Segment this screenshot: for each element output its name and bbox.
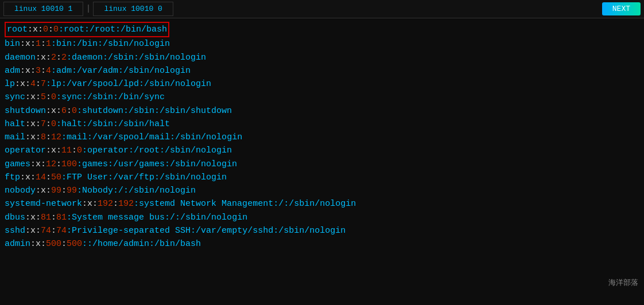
- terminal-line: sync:x:5:0:sync:/sbin:/bin/sync: [5, 91, 639, 104]
- terminal-line: lp:x:4:7:lp:/var/spool/lpd:/sbin/nologin: [5, 77, 639, 91]
- terminal-line: daemon:x:2:2:daemon:/sbin:/sbin/nologin: [5, 51, 639, 64]
- terminal-line: shutdown:x:6:0:shutdown:/sbin:/sbin/shut…: [5, 104, 639, 118]
- terminal-line: halt:x:7:0:halt:/sbin:/sbin/halt: [5, 118, 639, 131]
- terminal-line: dbus:x:81:81:System message bus:/:/sbin/…: [5, 211, 639, 224]
- tab-1[interactable]: linux 10010 1: [3, 2, 83, 16]
- terminal-line: root:x:0:0:root:/root:/bin/bash: [5, 22, 639, 37]
- next-button[interactable]: NEXT: [602, 2, 641, 15]
- top-bar: linux 10010 1 | linux 10010 0 NEXT: [0, 0, 644, 18]
- tab-separator: |: [83, 4, 93, 14]
- terminal-line: mail:x:8:12:mail:/var/spool/mail:/sbin/n…: [5, 131, 639, 144]
- terminal-line: nobody:x:99:99:Nobody:/:/sbin/nologin: [5, 184, 639, 197]
- watermark: 海洋部落: [608, 277, 638, 288]
- tab-2[interactable]: linux 10010 0: [93, 2, 173, 16]
- terminal-line: bin:x:1:1:bin:/bin:/sbin/nologin: [5, 37, 639, 50]
- terminal-line: adm:x:3:4:adm:/var/adm:/sbin/nologin: [5, 64, 639, 77]
- terminal-line: systemd-network:x:192:192:systemd Networ…: [5, 197, 639, 210]
- terminal-line: games:x:12:100:games:/usr/games:/sbin/no…: [5, 158, 639, 171]
- terminal-line: sshd:x:74:74:Privilege-separated SSH:/va…: [5, 224, 639, 237]
- terminal-line: admin:x:500:500::/home/admin:/bin/bash: [5, 237, 639, 251]
- terminal-line: operator:x:11:0:operator:/root:/sbin/nol…: [5, 144, 639, 157]
- terminal-line: ftp:x:14:50:FTP User:/var/ftp:/sbin/nolo…: [5, 171, 639, 184]
- terminal: root:x:0:0:root:/root:/bin/bashbin:x:1:1…: [0, 18, 644, 305]
